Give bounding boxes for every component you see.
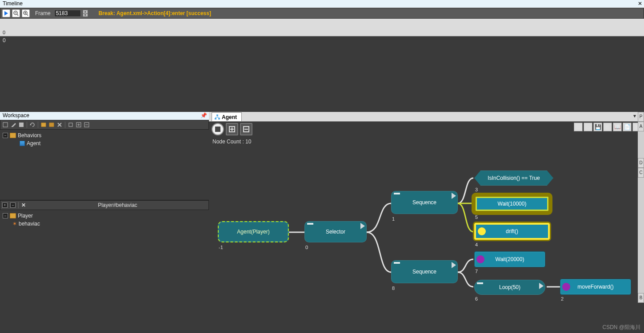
- node-label: Wait(20000): [496, 256, 524, 262]
- workspace-tree: − Behaviors Agent: [0, 130, 209, 200]
- new-folder-icon[interactable]: [40, 121, 47, 128]
- timeline-tick: 0: [3, 30, 5, 35]
- node-sequence-1[interactable]: Sequence: [391, 191, 458, 214]
- behavior-canvas[interactable]: Node Count : 10: [209, 137, 644, 333]
- player-label: Player#behaviac: [28, 202, 207, 208]
- expand-icon[interactable]: +: [2, 202, 8, 208]
- watermark: CSDN @阳海川: [602, 324, 640, 331]
- collapse-all-icon[interactable]: [83, 121, 90, 128]
- dock-item[interactable]: C: [638, 168, 644, 178]
- node-index: 6: [475, 296, 478, 301]
- tool-book-icon[interactable]: 📖: [613, 123, 622, 131]
- timeline-body: 0: [0, 36, 644, 112]
- zoom-out-button[interactable]: [12, 9, 20, 17]
- node-root[interactable]: Agent(Player): [218, 221, 289, 242]
- svg-rect-9: [19, 123, 24, 127]
- tree-row-behaviors[interactable]: − Behaviors: [3, 131, 206, 139]
- new-icon[interactable]: [2, 121, 9, 128]
- export-icon[interactable]: [67, 121, 74, 128]
- node-label: moveForward(): [577, 284, 613, 290]
- tree-row-player[interactable]: − Player: [3, 212, 206, 220]
- node-index: 8: [392, 285, 395, 291]
- play-button[interactable]: [2, 9, 10, 17]
- collapse-icon[interactable]: −: [3, 213, 8, 218]
- clear-icon[interactable]: ✕: [21, 202, 26, 208]
- expand-icon[interactable]: [452, 262, 456, 268]
- timeline-title: Timeline: [3, 0, 23, 7]
- tool-doc-icon[interactable]: 📄: [623, 123, 632, 131]
- behavior-file-icon: [20, 141, 25, 146]
- node-label: Agent(Player): [237, 229, 269, 235]
- node-count: Node Count : 10: [212, 139, 251, 145]
- expand-icon[interactable]: [539, 283, 544, 289]
- dock-item[interactable]: B: [638, 293, 644, 303]
- save-icon[interactable]: [18, 121, 25, 128]
- break-status: Break: Agent.xml->Action[4]:enter [succe…: [99, 10, 211, 16]
- instance-icon: ✶: [12, 221, 17, 227]
- collapse-icon[interactable]: [477, 282, 483, 284]
- dock-item[interactable]: A: [638, 122, 644, 131]
- collapse-icon[interactable]: [394, 262, 400, 264]
- zoom-in-button[interactable]: [22, 9, 30, 17]
- delete-icon[interactable]: [56, 121, 63, 128]
- stop-button[interactable]: [212, 123, 224, 135]
- refresh-icon[interactable]: [29, 121, 36, 128]
- tree-label: Behaviors: [18, 132, 41, 139]
- tab-label: Agent: [222, 114, 237, 120]
- edit-icon[interactable]: [10, 121, 17, 128]
- tool-home-icon[interactable]: ⌂: [584, 123, 592, 131]
- collapse-icon[interactable]: −: [3, 133, 8, 138]
- expand-icon[interactable]: [452, 193, 456, 199]
- frame-spinner[interactable]: ▲▼: [83, 10, 88, 17]
- tree-row-agent[interactable]: Agent: [3, 139, 206, 147]
- tool-save-icon[interactable]: 💾: [593, 123, 602, 131]
- expand-all-icon[interactable]: [75, 121, 82, 128]
- node-sequence-8[interactable]: Sequence: [391, 260, 458, 283]
- node-label: Sequence: [412, 269, 436, 275]
- pin-icon[interactable]: 📌: [200, 112, 207, 119]
- node-loop[interactable]: Loop(50): [474, 280, 545, 295]
- tree-label: behaviac: [19, 221, 40, 227]
- tool-bin-icon[interactable]: 🗑: [603, 123, 612, 131]
- tab-agent[interactable]: Agent: [212, 112, 242, 121]
- node-label: IsInCollision() == True: [488, 175, 540, 181]
- folder-icon: [10, 213, 16, 218]
- node-index: 4: [475, 242, 478, 247]
- timeline-track[interactable]: 0: [0, 19, 644, 36]
- frame-input[interactable]: [54, 10, 81, 17]
- node-drift[interactable]: drift(): [474, 223, 550, 240]
- status-dot-icon: [562, 283, 570, 291]
- svg-rect-8: [3, 123, 8, 127]
- close-icon[interactable]: ✕: [638, 0, 642, 7]
- expand-icon[interactable]: [360, 223, 365, 229]
- collapse-button[interactable]: [240, 123, 252, 135]
- tree-row-behaviac[interactable]: ✶ behaviac: [3, 220, 206, 228]
- dock-item[interactable]: P: [638, 112, 644, 122]
- workspace-title: Workspace: [3, 112, 29, 119]
- dropdown-icon[interactable]: ▾: [633, 113, 636, 119]
- svg-marker-0: [4, 11, 8, 16]
- collapse-icon[interactable]: [307, 223, 313, 225]
- node-wait-20000[interactable]: Wait(20000): [474, 251, 545, 267]
- expand-button[interactable]: [226, 123, 238, 135]
- node-selector[interactable]: Selector: [304, 221, 367, 242]
- node-label: Wait(10000): [498, 201, 527, 207]
- tree-label: Agent: [27, 140, 40, 147]
- node-wait-10000[interactable]: Wait(10000): [474, 195, 550, 212]
- node-index: 0: [305, 245, 308, 250]
- dock-item[interactable]: D: [638, 158, 644, 168]
- workspace-toolbar: [0, 120, 209, 130]
- collapse-icon[interactable]: −: [10, 202, 16, 208]
- node-index: 7: [475, 269, 478, 274]
- svg-rect-21: [218, 118, 220, 119]
- open-folder-icon[interactable]: [48, 121, 55, 128]
- node-moveforward[interactable]: moveForward(): [560, 279, 631, 295]
- node-index: 1: [392, 216, 395, 222]
- node-label: Selector: [326, 229, 345, 235]
- tool-list-icon[interactable]: ☰: [574, 123, 583, 131]
- node-condition[interactable]: IsInCollision() == True: [474, 170, 553, 186]
- svg-marker-10: [30, 124, 32, 125]
- collapse-icon[interactable]: [394, 193, 400, 194]
- status-dot-icon: [476, 255, 484, 263]
- svg-rect-13: [69, 123, 72, 127]
